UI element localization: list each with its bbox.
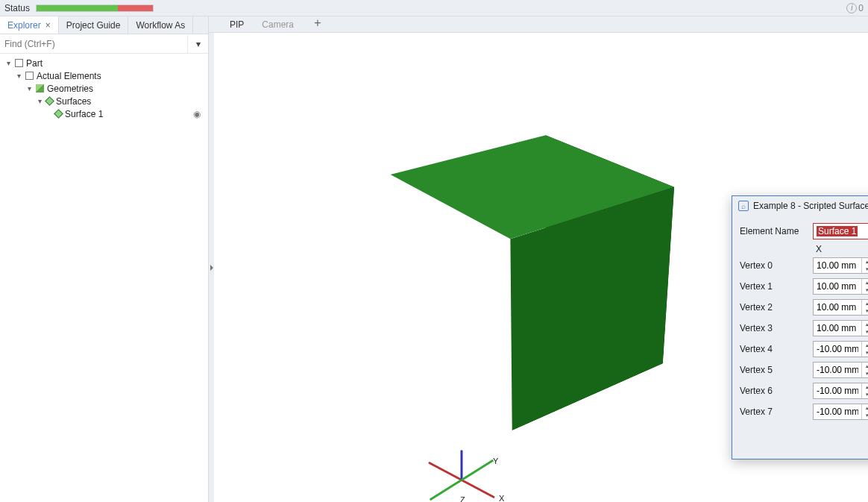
spin-down-icon[interactable]: ▾ — [862, 370, 868, 377]
spin-up-icon[interactable]: ▴ — [862, 321, 868, 328]
status-label: Status — [4, 3, 30, 13]
expand-icon — [210, 265, 213, 271]
tree-item-geometries[interactable]: Geometries — [47, 84, 93, 94]
vertex-x-input[interactable]: ▴▾ — [813, 257, 868, 274]
search-icon[interactable]: ⌕ — [738, 201, 749, 211]
vertex-label: Vertex 3 — [740, 323, 807, 333]
geometry-icon — [36, 84, 44, 92]
mesh-preview — [433, 175, 627, 368]
status-progress — [36, 4, 154, 12]
tab-workflow[interactable]: Workflow As — [128, 16, 193, 34]
surface-icon — [54, 109, 63, 119]
vertex-row: Vertex 2▴▾▴▾▴▾ — [740, 299, 868, 316]
spin-down-icon[interactable]: ▾ — [862, 349, 868, 357]
vertex-label: Vertex 0 — [740, 260, 807, 271]
vertex-x-input[interactable]: ▴▾ — [813, 299, 868, 316]
vertex-label: Vertex 7 — [740, 407, 807, 417]
viewport-gutter[interactable] — [210, 33, 214, 502]
axis-y-label: Y — [493, 456, 498, 465]
spin-up-icon[interactable]: ▴ — [862, 279, 868, 286]
tree-twisty[interactable]: ▾ — [36, 97, 43, 105]
spin-down-icon[interactable]: ▾ — [862, 266, 868, 273]
funnel-icon: ▾ — [196, 39, 201, 49]
vertex-label: Vertex 6 — [740, 386, 807, 396]
vertex-x-input[interactable]: ▴▾ — [813, 362, 868, 378]
spin-up-icon[interactable]: ▴ — [862, 300, 868, 307]
axis-z-label: Z — [460, 495, 465, 502]
spin-up-icon[interactable]: ▴ — [862, 258, 868, 266]
vertex-label: Vertex 4 — [740, 344, 807, 354]
spin-down-icon[interactable]: ▾ — [862, 307, 868, 315]
vertex-row: Vertex 7▴▾▴▾▴▾ — [740, 404, 868, 420]
info-chip[interactable]: i 0 — [846, 3, 864, 13]
spin-up-icon[interactable]: ▴ — [862, 342, 868, 349]
tab-project-guide[interactable]: Project Guide — [59, 16, 129, 34]
sidebar-tabstrip: Explorer × Project Guide Workflow As — [0, 16, 208, 34]
vertex-row: Vertex 5▴▾▴▾▴▾ — [740, 362, 868, 378]
vertex-x-input[interactable]: ▴▾ — [813, 278, 868, 295]
vertex-row: Vertex 1▴▾▴▾▴▾ — [740, 278, 868, 295]
tree-item-surfaces[interactable]: Surfaces — [56, 96, 91, 107]
tree-twisty[interactable]: ▾ — [25, 84, 33, 92]
vertex-row: Vertex 6▴▾▴▾▴▾ — [740, 383, 868, 399]
tree-item-actual-elements[interactable]: Actual Elements — [37, 71, 101, 81]
vertex-row: Vertex 4▴▾▴▾▴▾ — [740, 341, 868, 357]
tree-item-surface1[interactable]: Surface 1 — [65, 109, 103, 119]
close-icon[interactable]: × — [45, 20, 51, 31]
tab-label: Explorer — [7, 20, 41, 31]
element-name-label: Element Name — [740, 226, 807, 236]
tab-label: Workflow As — [136, 20, 185, 31]
spin-value[interactable] — [814, 344, 861, 354]
info-count: 0 — [858, 3, 864, 13]
visibility-icon[interactable]: ◉ — [193, 109, 207, 119]
axis-x-label: X — [499, 494, 504, 502]
search-input[interactable] — [0, 35, 187, 53]
spin-down-icon[interactable]: ▾ — [862, 328, 868, 336]
vertex-x-input[interactable]: ▴▾ — [813, 320, 868, 336]
vertex-x-input[interactable]: ▴▾ — [813, 341, 868, 357]
tree-item-part[interactable]: Part — [26, 58, 43, 69]
tree-twisty[interactable]: ▾ — [15, 72, 22, 80]
viewport-3d[interactable]: X Y Z ⌕ Example 8 - Scripted Surface ✕ E… — [209, 33, 868, 502]
viewport-tabstrip: PIP Camera + — [209, 16, 868, 33]
spin-value[interactable] — [814, 302, 861, 313]
folder-icon — [25, 72, 34, 80]
viewport-tab-camera[interactable]: Camera — [262, 19, 294, 30]
col-header-x: X — [813, 244, 868, 254]
vertex-label: Vertex 1 — [740, 281, 807, 292]
spin-value[interactable] — [814, 260, 861, 271]
tab-explorer[interactable]: Explorer × — [0, 16, 59, 34]
spin-up-icon[interactable]: ▴ — [862, 383, 868, 391]
spin-value[interactable] — [814, 407, 861, 417]
spin-value[interactable] — [814, 323, 861, 333]
dialog-title: Example 8 - Scripted Surface — [753, 201, 868, 211]
viewport-tab-pip[interactable]: PIP — [230, 19, 244, 30]
part-icon — [15, 59, 23, 67]
element-tree: ▾ Part ▾ Actual Elements ▾ Geometries ▾ — [0, 54, 208, 502]
tree-twisty[interactable]: ▾ — [4, 59, 12, 67]
spin-down-icon[interactable]: ▾ — [862, 412, 868, 419]
spin-value[interactable] — [814, 386, 861, 396]
spin-down-icon[interactable]: ▾ — [862, 391, 868, 398]
spin-down-icon[interactable]: ▾ — [862, 286, 868, 294]
surface-icon — [45, 96, 54, 106]
spin-up-icon[interactable]: ▴ — [862, 404, 868, 412]
add-tab-button[interactable]: + — [312, 19, 324, 31]
status-bar: Status i 0 — [0, 0, 868, 16]
spin-value[interactable] — [814, 281, 861, 292]
vertex-label: Vertex 2 — [740, 302, 807, 313]
vertex-x-input[interactable]: ▴▾ — [813, 383, 868, 399]
scripted-surface-dialog: ⌕ Example 8 - Scripted Surface ✕ Element… — [732, 195, 868, 459]
tab-label: Project Guide — [66, 20, 121, 31]
spin-value[interactable] — [814, 365, 861, 375]
vertex-row: Vertex 3▴▾▴▾▴▾ — [740, 320, 868, 336]
spin-up-icon[interactable]: ▴ — [862, 363, 868, 370]
axes-gizmo[interactable]: X Y Z — [433, 451, 508, 502]
filter-button[interactable]: ▾ — [187, 35, 208, 53]
element-name-value: Surface 1 — [817, 226, 858, 236]
vertex-x-input[interactable]: ▴▾ — [813, 404, 868, 420]
element-name-field[interactable]: Surface 1 ▾ — [813, 223, 868, 239]
vertex-row: Vertex 0▴▾▴▾▴▾ — [740, 257, 868, 274]
info-icon: i — [846, 3, 857, 13]
vertex-label: Vertex 5 — [740, 365, 807, 375]
